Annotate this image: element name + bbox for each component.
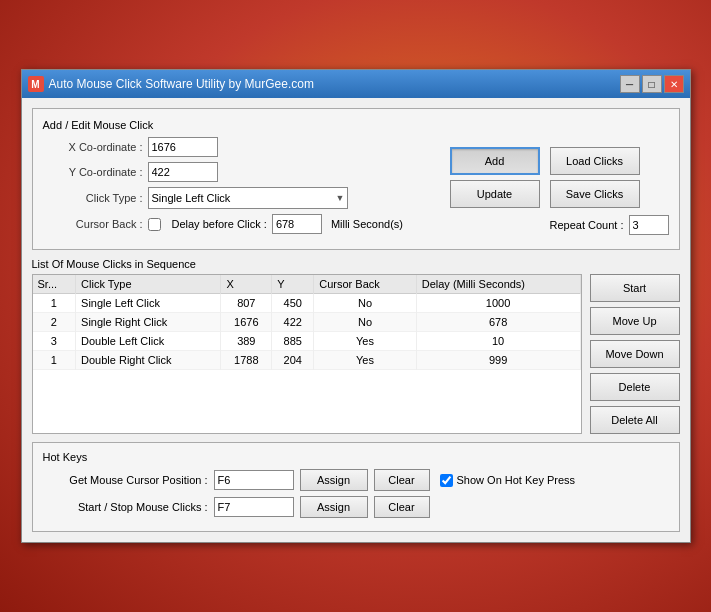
save-clicks-button[interactable]: Save Clicks (550, 180, 640, 208)
show-hotkey-checkbox[interactable] (440, 474, 453, 487)
table-row[interactable]: 3 Double Left Click 389 885 Yes 10 (33, 332, 581, 351)
delete-all-button[interactable]: Delete All (590, 406, 680, 434)
add-edit-label: Add / Edit Mouse Click (43, 119, 669, 131)
start-stop-label: Start / Stop Mouse Clicks : (43, 501, 208, 513)
delay-label: Delay before Click : (172, 218, 267, 230)
window-controls: ─ □ ✕ (620, 75, 684, 93)
row-cursor-back: No (314, 313, 416, 332)
load-clicks-button[interactable]: Load Clicks (550, 147, 640, 175)
title-bar-left: M Auto Mouse Click Software Utility by M… (28, 76, 314, 92)
hotkeys-label: Hot Keys (43, 451, 669, 463)
click-type-label: Click Type : (43, 192, 143, 204)
row-delay: 1000 (416, 294, 580, 313)
row-sr: 3 (33, 332, 76, 351)
row-delay: 999 (416, 351, 580, 370)
col-delay: Delay (Milli Seconds) (416, 275, 580, 294)
add-update-buttons: Add Update (450, 137, 540, 239)
col-sr: Sr... (33, 275, 76, 294)
row-sr: 1 (33, 351, 76, 370)
row-x: 1676 (221, 313, 272, 332)
row-click-type: Double Left Click (76, 332, 221, 351)
show-hotkey-label: Show On Hot Key Press (457, 474, 576, 486)
start-stop-assign-button[interactable]: Assign (300, 496, 368, 518)
add-button[interactable]: Add (450, 147, 540, 175)
minimize-button[interactable]: ─ (620, 75, 640, 93)
row-sr: 2 (33, 313, 76, 332)
y-coord-input[interactable] (148, 162, 218, 182)
cursor-back-label: Cursor Back : (43, 218, 143, 230)
update-button[interactable]: Update (450, 180, 540, 208)
load-save-buttons: Load Clicks Save Clicks Repeat Count : (550, 137, 669, 239)
row-click-type: Single Right Click (76, 313, 221, 332)
title-bar: M Auto Mouse Click Software Utility by M… (22, 70, 690, 98)
show-hotkey-row: Show On Hot Key Press (440, 474, 576, 487)
table-row[interactable]: 1 Single Left Click 807 450 No 1000 (33, 294, 581, 313)
x-coord-label: X Co-ordinate : (43, 141, 143, 153)
table-header-row: Sr... Click Type X Y Cursor Back Delay (… (33, 275, 581, 294)
click-type-select[interactable]: Single Left Click Single Right Click Dou… (148, 187, 348, 209)
delay-input[interactable] (272, 214, 322, 234)
move-up-button[interactable]: Move Up (590, 307, 680, 335)
repeat-count-row: Repeat Count : (550, 215, 669, 235)
click-type-wrapper: Single Left Click Single Right Click Dou… (148, 187, 348, 209)
row-y: 422 (272, 313, 314, 332)
x-coord-input[interactable] (148, 137, 218, 157)
row-click-type: Single Left Click (76, 294, 221, 313)
row-x: 807 (221, 294, 272, 313)
col-click-type: Click Type (76, 275, 221, 294)
row-x: 1788 (221, 351, 272, 370)
get-cursor-label: Get Mouse Cursor Position : (43, 474, 208, 486)
table-body: 1 Single Left Click 807 450 No 1000 2 Si… (33, 294, 581, 370)
get-cursor-clear-button[interactable]: Clear (374, 469, 430, 491)
table-label: List Of Mouse Clicks in Sequence (32, 258, 680, 270)
repeat-count-input[interactable] (629, 215, 669, 235)
main-content: Add / Edit Mouse Click X Co-ordinate : Y… (22, 98, 690, 542)
table-row[interactable]: 1 Double Right Click 1788 204 Yes 999 (33, 351, 581, 370)
start-stop-clear-button[interactable]: Clear (374, 496, 430, 518)
row-cursor-back: Yes (314, 332, 416, 351)
add-edit-section: Add / Edit Mouse Click X Co-ordinate : Y… (32, 108, 680, 250)
hotkeys-section: Hot Keys Get Mouse Cursor Position : Ass… (32, 442, 680, 532)
get-cursor-assign-button[interactable]: Assign (300, 469, 368, 491)
get-cursor-row: Get Mouse Cursor Position : Assign Clear… (43, 469, 669, 491)
delay-unit: Milli Second(s) (331, 218, 403, 230)
row-x: 389 (221, 332, 272, 351)
row-y: 204 (272, 351, 314, 370)
maximize-button[interactable]: □ (642, 75, 662, 93)
close-button[interactable]: ✕ (664, 75, 684, 93)
table-section: Sr... Click Type X Y Cursor Back Delay (… (32, 274, 680, 434)
clicks-table-container: Sr... Click Type X Y Cursor Back Delay (… (32, 274, 582, 434)
start-button[interactable]: Start (590, 274, 680, 302)
start-stop-input[interactable] (214, 497, 294, 517)
app-icon: M (28, 76, 44, 92)
row-delay: 678 (416, 313, 580, 332)
row-y: 450 (272, 294, 314, 313)
clicks-table: Sr... Click Type X Y Cursor Back Delay (… (33, 275, 581, 370)
main-window: M Auto Mouse Click Software Utility by M… (21, 69, 691, 543)
row-cursor-back: Yes (314, 351, 416, 370)
y-coord-label: Y Co-ordinate : (43, 166, 143, 178)
table-area: List Of Mouse Clicks in Sequence Sr... C… (32, 258, 680, 434)
row-click-type: Double Right Click (76, 351, 221, 370)
window-title: Auto Mouse Click Software Utility by Mur… (49, 77, 314, 91)
repeat-label: Repeat Count : (550, 219, 624, 231)
side-action-buttons: Start Move Up Move Down Delete Delete Al… (590, 274, 680, 434)
table-row[interactable]: 2 Single Right Click 1676 422 No 678 (33, 313, 581, 332)
get-cursor-input[interactable] (214, 470, 294, 490)
row-y: 885 (272, 332, 314, 351)
move-down-button[interactable]: Move Down (590, 340, 680, 368)
col-cursor-back: Cursor Back (314, 275, 416, 294)
cursor-back-checkbox[interactable] (148, 218, 161, 231)
row-cursor-back: No (314, 294, 416, 313)
col-x: X (221, 275, 272, 294)
col-y: Y (272, 275, 314, 294)
start-stop-row: Start / Stop Mouse Clicks : Assign Clear (43, 496, 669, 518)
row-sr: 1 (33, 294, 76, 313)
form-fields: X Co-ordinate : Y Co-ordinate : Click Ty… (43, 137, 440, 239)
row-delay: 10 (416, 332, 580, 351)
delete-button[interactable]: Delete (590, 373, 680, 401)
